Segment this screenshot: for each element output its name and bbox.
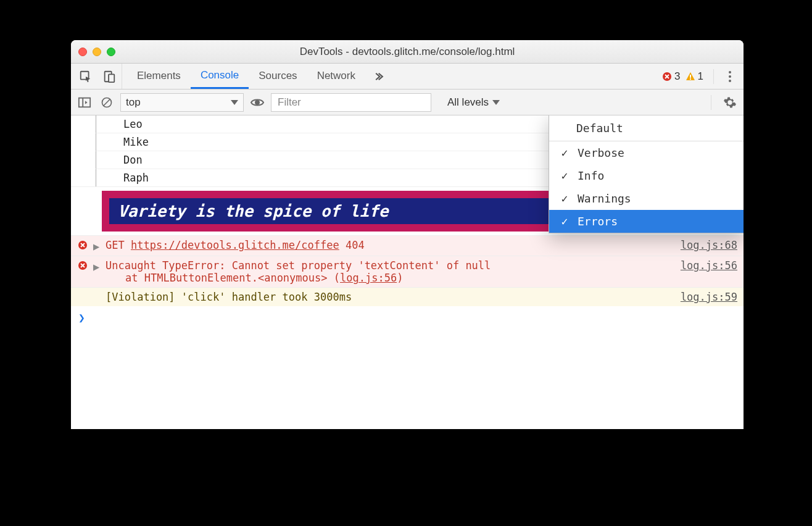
svg-rect-5 [690,78,691,80]
tab-sources[interactable]: Sources [249,63,307,89]
stack-link[interactable]: log.js:56 [340,272,397,284]
console-row-violation: [Violation] 'click' handler took 3000ms … [71,287,744,306]
chevron-down-icon [231,100,238,105]
check-icon: ✓ [559,146,570,159]
error-count: 3 [674,70,680,83]
check-icon: ✓ [559,215,570,228]
http-url[interactable]: https://devtools.glitch.me/coffee [131,239,339,251]
log-levels-menu: Default ✓ Verbose ✓ Info ✓ Warnings ✓ Er… [549,115,744,233]
tab-elements[interactable]: Elements [127,63,191,89]
log-levels-dropdown[interactable]: All levels [441,93,506,112]
svg-rect-6 [79,98,90,107]
disclosure-triangle-icon[interactable]: ▶ [93,259,101,273]
levels-label: All levels [447,96,489,109]
svg-marker-8 [85,101,88,104]
levels-menu-item-warnings[interactable]: ✓ Warnings [549,187,744,210]
http-status: 404 [346,239,365,251]
inspect-element-icon[interactable] [78,69,93,84]
check-icon: ✓ [559,192,570,205]
error-icon [77,259,88,270]
stack-suffix: ) [397,272,403,284]
error-message: Uncaught TypeError: Cannot set property … [106,259,491,272]
levels-menu-item-errors[interactable]: ✓ Errors [549,210,744,233]
minimize-button[interactable] [93,48,101,56]
gutter-spacer [93,291,101,292]
window-controls [78,48,115,56]
source-link[interactable]: log.js:68 [681,239,737,251]
settings-gear-icon[interactable] [721,94,739,111]
disclosure-triangle-icon[interactable]: ▶ [93,239,101,253]
levels-menu-label: Info [578,169,604,182]
separator [711,95,711,110]
filter-input[interactable] [271,93,431,112]
console-row-error: ▶ GET https://devtools.glitch.me/coffee … [71,235,744,256]
tab-network[interactable]: Network [307,63,365,89]
context-value: top [126,96,141,109]
source-link[interactable]: log.js:56 [681,259,737,272]
close-button[interactable] [78,48,87,56]
http-method: GET [106,239,125,251]
console-output: Leo Mike Don Raph Variety is the spice o… [71,115,744,429]
console-prompt[interactable]: ❯ [71,306,744,329]
warning-count-badge[interactable]: 1 [686,70,703,83]
levels-menu-item-verbose[interactable]: ✓ Verbose [549,141,744,164]
levels-menu-item-info[interactable]: ✓ Info [549,164,744,187]
main-tabs-bar: Elements Console Sources Network 3 1 [71,64,744,90]
more-tabs-button[interactable] [365,64,391,89]
separator [713,69,714,84]
clear-console-icon[interactable] [98,94,115,111]
sidebar-toggle-icon[interactable] [76,94,93,111]
svg-point-11 [255,101,259,104]
titlebar: DevTools - devtools.glitch.me/console/lo… [71,40,744,64]
live-expression-icon[interactable] [249,94,266,111]
svg-rect-4 [690,75,691,78]
prompt-chevron-icon: ❯ [78,311,85,324]
levels-menu-label: Verbose [578,146,624,159]
window-title: DevTools - devtools.glitch.me/console/lo… [71,46,744,58]
levels-menu-label: Warnings [578,192,631,205]
check-icon: ✓ [559,169,570,182]
stack-prefix: at HTMLButtonElement.<anonymous> ( [125,272,340,284]
chevron-down-icon [492,100,500,105]
panel-tabs: Elements Console Sources Network [127,64,365,89]
devtools-window: DevTools - devtools.glitch.me/console/lo… [71,40,744,429]
warning-count: 1 [698,70,703,83]
fullscreen-button[interactable] [107,48,115,56]
levels-menu-default[interactable]: Default [549,115,744,141]
svg-line-10 [104,99,110,106]
svg-rect-2 [109,74,114,82]
console-row-error: ▶ Uncaught TypeError: Cannot set propert… [71,256,744,287]
error-count-badge[interactable]: 3 [662,70,680,83]
violation-message: [Violation] 'click' handler took 3000ms [106,291,676,303]
kebab-menu-icon[interactable] [724,71,736,82]
console-toolbar: top All levels [71,90,744,115]
context-selector[interactable]: top [120,93,244,112]
levels-menu-label: Errors [578,215,618,228]
source-link[interactable]: log.js:59 [681,291,737,303]
gutter-spacer [77,291,88,292]
tab-console[interactable]: Console [191,63,249,89]
device-toolbar-icon[interactable] [102,69,117,84]
error-icon [77,239,88,250]
